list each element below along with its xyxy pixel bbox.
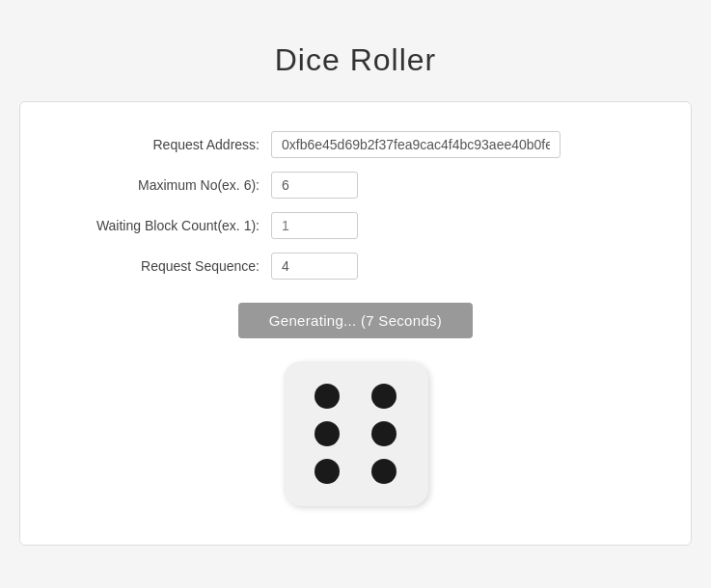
page-title: Dice Roller xyxy=(19,42,692,78)
page-wrapper: Dice Roller Request Address: Maximum No(… xyxy=(0,23,711,565)
request-sequence-input[interactable] xyxy=(271,253,358,280)
dice-face xyxy=(284,361,428,506)
dot-4 xyxy=(371,421,397,446)
waiting-block-row: Waiting Block Count(ex. 1): xyxy=(59,212,652,239)
dot-5 xyxy=(314,459,340,484)
dot-6 xyxy=(371,459,397,484)
waiting-block-input[interactable] xyxy=(271,212,358,239)
waiting-block-label: Waiting Block Count(ex. 1): xyxy=(59,218,271,233)
request-address-label: Request Address: xyxy=(59,137,271,152)
request-sequence-label: Request Sequence: xyxy=(59,258,271,274)
dot-2 xyxy=(371,384,397,409)
main-card: Request Address: Maximum No(ex. 6): Wait… xyxy=(19,101,692,546)
max-no-input[interactable] xyxy=(271,172,358,199)
form-section: Request Address: Maximum No(ex. 6): Wait… xyxy=(59,131,652,280)
dot-3 xyxy=(314,421,340,446)
request-sequence-row: Request Sequence: xyxy=(59,253,652,280)
dot-1 xyxy=(314,384,340,409)
generate-button[interactable]: Generating... (7 Seconds) xyxy=(238,303,473,338)
max-no-label: Maximum No(ex. 6): xyxy=(59,177,271,193)
dice-container xyxy=(59,361,652,506)
max-no-row: Maximum No(ex. 6): xyxy=(59,172,652,199)
request-address-input[interactable] xyxy=(271,131,561,158)
address-row: Request Address: xyxy=(59,131,652,158)
